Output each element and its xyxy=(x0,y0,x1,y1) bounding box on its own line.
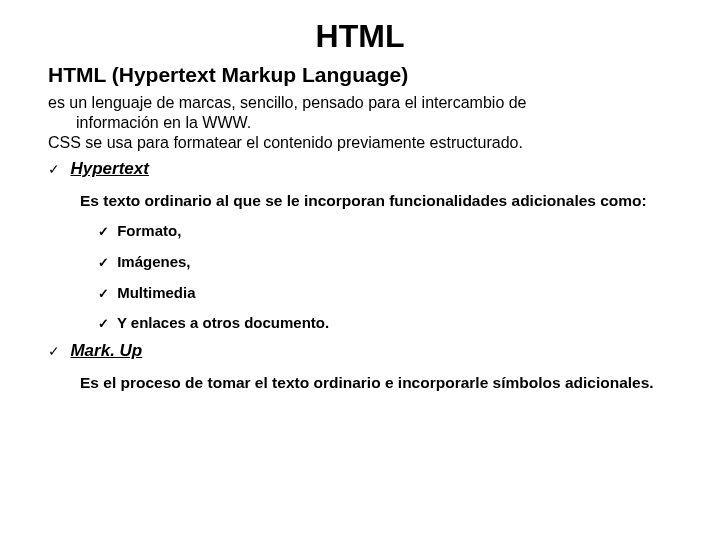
check-icon: ✓ xyxy=(98,311,109,338)
section-markup: ✓ Mark. Up xyxy=(48,341,672,361)
check-icon: ✓ xyxy=(48,161,60,177)
hypertext-description: Es texto ordinario al que se le incorpor… xyxy=(48,185,672,216)
term-markup: Mark. Up xyxy=(70,341,142,360)
check-icon: ✓ xyxy=(48,343,60,359)
check-icon: ✓ xyxy=(98,250,109,277)
item-imagenes: Imágenes, xyxy=(117,253,190,270)
markup-description: Es el proceso de tomar el texto ordinari… xyxy=(48,367,672,398)
intro-text: es un lenguaje de marcas, sencillo, pens… xyxy=(48,93,672,153)
check-icon: ✓ xyxy=(98,281,109,308)
intro-line2: CSS se usa para formatear el contenido p… xyxy=(48,133,672,153)
hypertext-sublist: ✓ Formato, ✓ Imágenes, ✓ Multimedia ✓ Y … xyxy=(48,216,672,339)
list-item: ✓ Imágenes, xyxy=(98,247,672,278)
item-multimedia: Multimedia xyxy=(117,284,195,301)
subtitle: HTML (Hypertext Markup Language) xyxy=(48,63,672,87)
item-enlaces: Y enlaces a otros documento. xyxy=(117,314,329,331)
list-item: ✓ Y enlaces a otros documento. xyxy=(98,308,672,339)
page-title: HTML xyxy=(48,18,672,55)
term-hypertext: Hypertext xyxy=(70,159,148,178)
item-formato: Formato, xyxy=(117,222,181,239)
intro-line1b: información en la WWW. xyxy=(48,113,672,133)
section-hypertext: ✓ Hypertext xyxy=(48,159,672,179)
list-item: ✓ Formato, xyxy=(98,216,672,247)
check-icon: ✓ xyxy=(98,219,109,246)
intro-line1a: es un lenguaje de marcas, sencillo, pens… xyxy=(48,93,672,113)
list-item: ✓ Multimedia xyxy=(98,278,672,309)
